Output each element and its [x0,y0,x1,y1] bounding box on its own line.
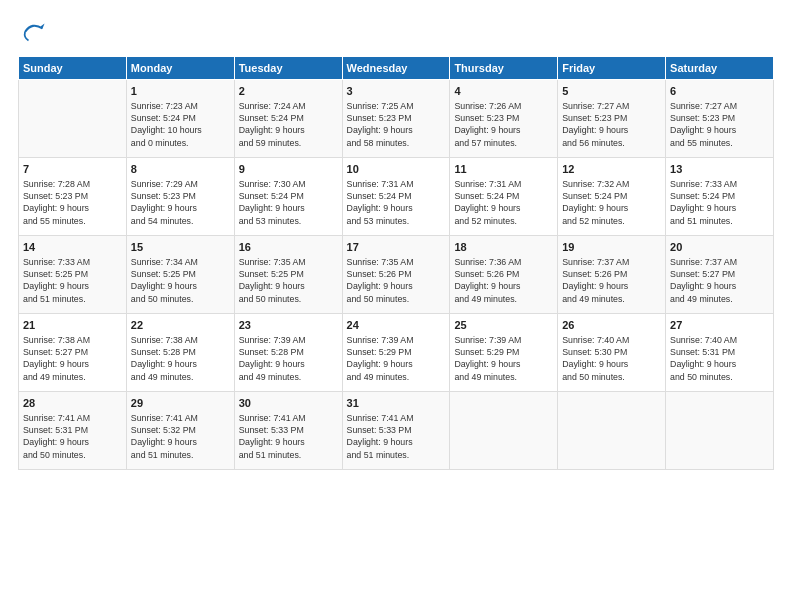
day-number: 14 [23,240,122,255]
calendar-cell: 23Sunrise: 7:39 AMSunset: 5:28 PMDayligh… [234,314,342,392]
day-info: Sunrise: 7:26 AMSunset: 5:23 PMDaylight:… [454,100,553,149]
calendar-cell: 27Sunrise: 7:40 AMSunset: 5:31 PMDayligh… [666,314,774,392]
day-number: 21 [23,318,122,333]
calendar-cell: 6Sunrise: 7:27 AMSunset: 5:23 PMDaylight… [666,80,774,158]
day-info: Sunrise: 7:39 AMSunset: 5:29 PMDaylight:… [454,334,553,383]
day-info: Sunrise: 7:40 AMSunset: 5:30 PMDaylight:… [562,334,661,383]
day-number: 11 [454,162,553,177]
logo [18,18,50,46]
calendar-cell: 12Sunrise: 7:32 AMSunset: 5:24 PMDayligh… [558,158,666,236]
calendar-cell [19,80,127,158]
day-info: Sunrise: 7:23 AMSunset: 5:24 PMDaylight:… [131,100,230,149]
calendar-cell: 9Sunrise: 7:30 AMSunset: 5:24 PMDaylight… [234,158,342,236]
week-row-1: 1Sunrise: 7:23 AMSunset: 5:24 PMDaylight… [19,80,774,158]
day-info: Sunrise: 7:33 AMSunset: 5:25 PMDaylight:… [23,256,122,305]
day-number: 2 [239,84,338,99]
col-header-tuesday: Tuesday [234,57,342,80]
calendar-cell: 31Sunrise: 7:41 AMSunset: 5:33 PMDayligh… [342,392,450,470]
day-number: 18 [454,240,553,255]
day-number: 8 [131,162,230,177]
day-number: 25 [454,318,553,333]
day-info: Sunrise: 7:28 AMSunset: 5:23 PMDaylight:… [23,178,122,227]
day-number: 4 [454,84,553,99]
day-info: Sunrise: 7:29 AMSunset: 5:23 PMDaylight:… [131,178,230,227]
calendar-cell: 17Sunrise: 7:35 AMSunset: 5:26 PMDayligh… [342,236,450,314]
day-number: 3 [347,84,446,99]
calendar-cell: 24Sunrise: 7:39 AMSunset: 5:29 PMDayligh… [342,314,450,392]
calendar-cell: 14Sunrise: 7:33 AMSunset: 5:25 PMDayligh… [19,236,127,314]
calendar-cell: 25Sunrise: 7:39 AMSunset: 5:29 PMDayligh… [450,314,558,392]
header-row: SundayMondayTuesdayWednesdayThursdayFrid… [19,57,774,80]
day-number: 1 [131,84,230,99]
calendar-cell [558,392,666,470]
calendar-cell [666,392,774,470]
week-row-5: 28Sunrise: 7:41 AMSunset: 5:31 PMDayligh… [19,392,774,470]
day-number: 13 [670,162,769,177]
day-number: 9 [239,162,338,177]
day-info: Sunrise: 7:27 AMSunset: 5:23 PMDaylight:… [670,100,769,149]
calendar-cell: 21Sunrise: 7:38 AMSunset: 5:27 PMDayligh… [19,314,127,392]
day-info: Sunrise: 7:32 AMSunset: 5:24 PMDaylight:… [562,178,661,227]
calendar-cell: 22Sunrise: 7:38 AMSunset: 5:28 PMDayligh… [126,314,234,392]
calendar-cell: 20Sunrise: 7:37 AMSunset: 5:27 PMDayligh… [666,236,774,314]
col-header-saturday: Saturday [666,57,774,80]
week-row-2: 7Sunrise: 7:28 AMSunset: 5:23 PMDaylight… [19,158,774,236]
calendar-cell: 11Sunrise: 7:31 AMSunset: 5:24 PMDayligh… [450,158,558,236]
col-header-sunday: Sunday [19,57,127,80]
page: SundayMondayTuesdayWednesdayThursdayFrid… [0,0,792,612]
day-number: 17 [347,240,446,255]
day-info: Sunrise: 7:41 AMSunset: 5:33 PMDaylight:… [239,412,338,461]
day-info: Sunrise: 7:25 AMSunset: 5:23 PMDaylight:… [347,100,446,149]
calendar-cell: 1Sunrise: 7:23 AMSunset: 5:24 PMDaylight… [126,80,234,158]
calendar-cell: 13Sunrise: 7:33 AMSunset: 5:24 PMDayligh… [666,158,774,236]
calendar-cell: 15Sunrise: 7:34 AMSunset: 5:25 PMDayligh… [126,236,234,314]
calendar-cell: 5Sunrise: 7:27 AMSunset: 5:23 PMDaylight… [558,80,666,158]
day-info: Sunrise: 7:39 AMSunset: 5:28 PMDaylight:… [239,334,338,383]
day-info: Sunrise: 7:35 AMSunset: 5:25 PMDaylight:… [239,256,338,305]
day-number: 19 [562,240,661,255]
calendar-cell: 10Sunrise: 7:31 AMSunset: 5:24 PMDayligh… [342,158,450,236]
day-number: 15 [131,240,230,255]
calendar-table: SundayMondayTuesdayWednesdayThursdayFrid… [18,56,774,470]
day-number: 27 [670,318,769,333]
day-number: 5 [562,84,661,99]
calendar-cell: 8Sunrise: 7:29 AMSunset: 5:23 PMDaylight… [126,158,234,236]
day-number: 26 [562,318,661,333]
header [18,18,774,46]
day-info: Sunrise: 7:38 AMSunset: 5:28 PMDaylight:… [131,334,230,383]
day-info: Sunrise: 7:27 AMSunset: 5:23 PMDaylight:… [562,100,661,149]
calendar-cell [450,392,558,470]
calendar-cell: 26Sunrise: 7:40 AMSunset: 5:30 PMDayligh… [558,314,666,392]
calendar-cell: 19Sunrise: 7:37 AMSunset: 5:26 PMDayligh… [558,236,666,314]
day-number: 10 [347,162,446,177]
day-number: 20 [670,240,769,255]
day-info: Sunrise: 7:37 AMSunset: 5:26 PMDaylight:… [562,256,661,305]
day-info: Sunrise: 7:35 AMSunset: 5:26 PMDaylight:… [347,256,446,305]
day-number: 31 [347,396,446,411]
day-number: 29 [131,396,230,411]
day-info: Sunrise: 7:39 AMSunset: 5:29 PMDaylight:… [347,334,446,383]
day-info: Sunrise: 7:38 AMSunset: 5:27 PMDaylight:… [23,334,122,383]
day-number: 12 [562,162,661,177]
day-info: Sunrise: 7:31 AMSunset: 5:24 PMDaylight:… [347,178,446,227]
day-info: Sunrise: 7:36 AMSunset: 5:26 PMDaylight:… [454,256,553,305]
day-info: Sunrise: 7:37 AMSunset: 5:27 PMDaylight:… [670,256,769,305]
day-number: 24 [347,318,446,333]
calendar-cell: 28Sunrise: 7:41 AMSunset: 5:31 PMDayligh… [19,392,127,470]
day-info: Sunrise: 7:33 AMSunset: 5:24 PMDaylight:… [670,178,769,227]
day-number: 22 [131,318,230,333]
col-header-monday: Monday [126,57,234,80]
day-info: Sunrise: 7:24 AMSunset: 5:24 PMDaylight:… [239,100,338,149]
day-info: Sunrise: 7:41 AMSunset: 5:33 PMDaylight:… [347,412,446,461]
day-number: 30 [239,396,338,411]
day-number: 28 [23,396,122,411]
day-info: Sunrise: 7:40 AMSunset: 5:31 PMDaylight:… [670,334,769,383]
calendar-cell: 29Sunrise: 7:41 AMSunset: 5:32 PMDayligh… [126,392,234,470]
calendar-cell: 2Sunrise: 7:24 AMSunset: 5:24 PMDaylight… [234,80,342,158]
day-number: 6 [670,84,769,99]
day-number: 16 [239,240,338,255]
calendar-cell: 16Sunrise: 7:35 AMSunset: 5:25 PMDayligh… [234,236,342,314]
col-header-friday: Friday [558,57,666,80]
day-info: Sunrise: 7:30 AMSunset: 5:24 PMDaylight:… [239,178,338,227]
week-row-3: 14Sunrise: 7:33 AMSunset: 5:25 PMDayligh… [19,236,774,314]
